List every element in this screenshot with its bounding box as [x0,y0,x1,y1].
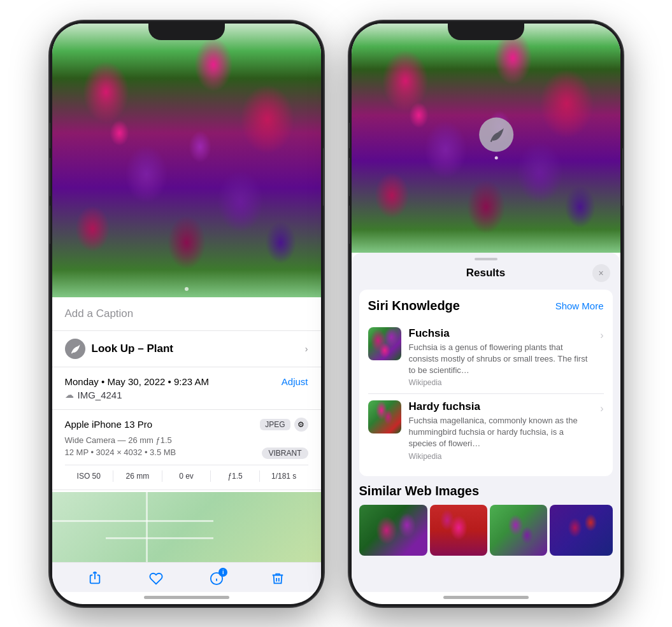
date-row: Monday • May 30, 2022 • 9:23 AM Adjust [65,376,308,387]
siri-header: Siri Knowledge Show More [368,299,604,313]
volume-up-button[interactable] [50,158,50,196]
similar-images-grid [359,505,613,556]
notch [148,21,225,40]
right-home-indicator [443,596,529,599]
power-button[interactable] [323,148,324,206]
hardy-thumb-image [368,400,401,433]
sim-image-1-bg [359,505,428,556]
right-volume-down-button[interactable] [349,206,350,244]
volume-down-button[interactable] [50,206,50,244]
vl-dot [494,156,497,159]
date-text: Monday • May 30, 2022 • 9:23 AM [65,376,209,387]
camera-row1: Apple iPhone 13 Pro JPEG ⚙ [65,418,308,432]
lookup-label: Look Up – Plant [92,342,173,355]
right-volume-up-button[interactable] [349,158,350,196]
siri-knowledge-title: Siri Knowledge [368,299,460,313]
fuchsia-source: Wikipedia [409,378,593,387]
close-icon: × [598,268,603,278]
vibrant-row: 12 MP • 3024 × 4032 • 3.5 MB VIBRANT [65,447,308,460]
siri-knowledge-section: Siri Knowledge Show More Fuchsia Fuchsia… [359,290,613,476]
map-area[interactable] [52,492,321,562]
hardy-fuchsia-content: Hardy fuchsia Fuchsia magellanica, commo… [409,400,593,461]
fuchsia-chevron-icon: › [600,330,603,341]
similar-web-images-title: Similar Web Images [359,484,613,498]
share-button[interactable] [88,572,102,586]
visual-lookup-button[interactable] [479,117,513,151]
fuchsia-thumbnail [368,327,401,360]
iso-value: ISO 50 [65,470,114,482]
photo-display[interactable] [52,24,321,297]
lookup-subject: Plant [147,342,173,355]
similar-image-2[interactable] [430,505,487,556]
delete-button[interactable] [271,572,285,586]
similar-image-1[interactable] [359,505,428,556]
fuchsia-desc: Fuchsia is a genus of flowering plants t… [409,342,593,377]
similar-image-4[interactable] [550,505,613,556]
right-photo-display[interactable] [352,24,620,253]
lookup-row[interactable]: Look Up – Plant › [52,331,321,367]
map-background [52,492,321,562]
shutter-speed: 1/181 s [260,470,308,482]
right-phone: Results × Siri Knowledge Show More [349,21,623,607]
info-button[interactable]: i [210,572,224,586]
settings-icon[interactable]: ⚙ [294,418,308,432]
knowledge-item-hardy-fuchsia[interactable]: Hardy fuchsia Fuchsia magellanica, commo… [368,394,604,467]
vibrant-badge: VIBRANT [262,447,308,459]
fuchsia-thumb-image [368,327,401,360]
lookup-chevron-icon: › [305,344,308,354]
caption-area[interactable]: Add a Caption [52,297,321,331]
show-more-button[interactable]: Show More [555,300,604,311]
toolbar: i [52,562,321,592]
lookup-bold: Look Up – [92,342,144,355]
camera-section: Apple iPhone 13 Pro JPEG ⚙ Wide Camera —… [52,410,321,490]
filename-row: ☁ IMG_4241 [65,390,308,400]
caption-placeholder[interactable]: Add a Caption [65,307,134,320]
mp-info: 12 MP • 3024 × 4032 • 3.5 MB [65,447,176,457]
results-panel: Results × Siri Knowledge Show More [352,253,620,592]
hardy-fuchsia-thumbnail [368,400,401,433]
sim-image-3-bg [490,505,547,556]
right-mute-button[interactable] [349,123,350,148]
hardy-fuchsia-name: Hardy fuchsia [409,400,593,413]
right-notch [448,21,524,40]
adjust-button[interactable]: Adjust [282,376,308,387]
fuchsia-name: Fuchsia [409,327,593,340]
similar-image-3[interactable] [490,505,547,556]
favorite-button[interactable] [149,572,163,586]
aperture-value: ƒ1.5 [211,470,260,482]
sim-image-4-bg [550,505,613,556]
sim-image-2-bg [430,505,487,556]
home-indicator [144,596,229,599]
hardy-fuchsia-desc: Fuchsia magellanica, commonly known as t… [409,415,593,450]
info-section: Monday • May 30, 2022 • 9:23 AM Adjust ☁… [52,367,321,410]
results-header: Results × [352,260,620,285]
right-screen: Results × Siri Knowledge Show More [352,24,620,604]
mute-button[interactable] [50,123,50,148]
camera-badges: JPEG ⚙ [260,418,308,432]
results-title: Results [466,267,505,279]
wide-camera-spec: Wide Camera — 26 mm ƒ1.5 [65,435,308,445]
left-phone: Add a Caption Look Up – Plant › Monday •… [50,21,324,607]
lookup-icon [65,339,85,359]
filename-label: IMG_4241 [78,390,122,400]
right-power-button[interactable] [622,148,623,206]
cloud-icon: ☁ [65,390,74,400]
left-screen: Add a Caption Look Up – Plant › Monday •… [52,24,321,604]
camera-model: Apple iPhone 13 Pro [65,419,153,430]
fuchsia-content: Fuchsia Fuchsia is a genus of flowering … [409,327,593,388]
similar-web-images-section: Similar Web Images [359,484,613,556]
knowledge-item-fuchsia[interactable]: Fuchsia Fuchsia is a genus of flowering … [368,321,604,395]
flower-background [52,24,321,297]
ev-value: 0 ev [162,470,211,482]
focal-length: 26 mm [113,470,162,482]
hardy-fuchsia-source: Wikipedia [409,452,593,461]
jpeg-badge: JPEG [260,419,290,430]
exif-row: ISO 50 26 mm 0 ev ƒ1.5 1/181 s [65,465,308,482]
hardy-chevron-icon: › [600,403,603,414]
photo-dot-indicator [185,287,189,291]
results-close-button[interactable]: × [592,264,610,282]
